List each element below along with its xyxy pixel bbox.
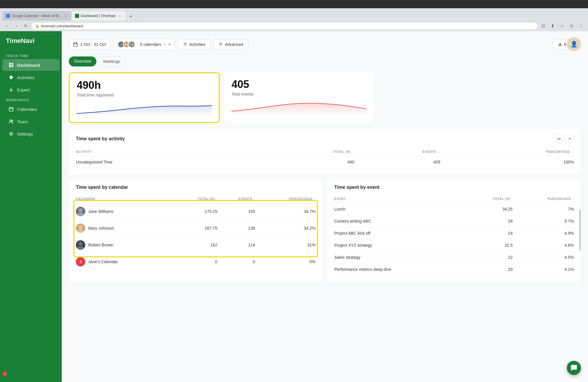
activities-label: Activities xyxy=(189,42,206,47)
new-tab-button[interactable]: + xyxy=(127,12,135,21)
calendar-person-cell: J Jane's Calendar xyxy=(76,253,172,270)
event-total: 22 xyxy=(467,251,512,263)
menu-button[interactable]: ⋮ xyxy=(577,22,584,29)
notification-badge: 2 xyxy=(2,371,7,376)
edit-activity-button[interactable]: ✏ xyxy=(555,135,563,143)
col-activity: ACTIVITY ↓ xyxy=(76,148,253,156)
cast-button[interactable]: ⊡ xyxy=(540,22,547,29)
bookmark-button[interactable]: ☆ xyxy=(559,22,566,29)
tab-close-button[interactable]: × xyxy=(117,14,122,18)
advanced-label: Advanced xyxy=(225,42,243,47)
calendars-close-button[interactable]: × xyxy=(164,42,166,47)
sidebar-item-activities[interactable]: Activities xyxy=(2,71,59,83)
google-calendar-icon xyxy=(6,14,10,18)
time-chart xyxy=(77,97,212,115)
tab-google-calendar[interactable]: Google Calendar - Week of M... × xyxy=(2,11,71,21)
total-events-value: 405 xyxy=(231,78,366,91)
activity-section-actions: ✏ + xyxy=(555,135,574,143)
calendar-person-cell: Robert Brown xyxy=(76,237,172,253)
activity-table: ACTIVITY ↓ TOTAL (H) ↓ EVENTS ↓ PERCENTA… xyxy=(76,148,574,168)
cal-total: 170.25 xyxy=(172,203,217,220)
calendar-section-header: Time spent by calendar xyxy=(76,185,315,190)
back-button[interactable]: ‹ xyxy=(4,22,11,29)
add-activity-button[interactable]: + xyxy=(566,135,574,143)
activity-events: 405 xyxy=(354,156,440,168)
event-name: Content writing ABC xyxy=(334,215,467,227)
col-event: EVENT ↓ xyxy=(334,195,467,203)
svg-rect-2 xyxy=(9,65,11,67)
cal-pct: 34.7% xyxy=(255,203,315,220)
browser-addressbar: ‹ › ↻ 🔒 timenavi.com/dashboard ⊡ ⬇ ☆ ⊙ ⋮ xyxy=(0,21,588,31)
date-range-button[interactable]: 1 Oct - 31 Oct xyxy=(69,39,110,49)
sidebar-item-dashboard[interactable]: Dashboard xyxy=(2,59,59,71)
calendar-icon xyxy=(73,42,78,47)
advanced-filter-button[interactable]: Advanced xyxy=(213,39,248,49)
total-time-card: 490h Total time registered xyxy=(69,72,220,123)
view-tabs: Overview Meetings xyxy=(69,56,581,66)
table-row: Content writing ABC 28 5.7% xyxy=(334,215,574,227)
calendar-table: CALENDAR ↓ TOTAL (H) ↓ EVENTS ↓ PERCENTA… xyxy=(76,195,315,270)
person-avatar: J xyxy=(76,257,85,266)
sidebar-label: Team xyxy=(17,119,28,124)
calendars-chevron[interactable]: ▾ xyxy=(168,42,171,47)
sidebar-item-settings[interactable]: Settings xyxy=(2,128,59,140)
address-bar[interactable]: 🔒 timenavi.com/dashboard xyxy=(32,23,537,29)
address-actions: ⊡ ⬇ ☆ ⊙ ⋮ xyxy=(540,22,584,29)
calendar-section: Time spent by calendar CALENDAR ↓ TOTAL … xyxy=(69,179,323,281)
event-section-header: Time spent by event xyxy=(334,185,574,190)
person-name: Jane Williams xyxy=(88,209,113,214)
table-row: Project ABC kick off 24 4.9% xyxy=(334,227,574,239)
person-avatar xyxy=(76,223,85,233)
activities-filter-button[interactable]: Activities xyxy=(178,39,211,49)
event-pct: 7% xyxy=(513,203,574,215)
tab-label: Google Calendar - Week of M... xyxy=(12,14,61,18)
cal-pct: 34.2% xyxy=(255,220,315,237)
activity-section-header: Time spent by activity ✏ + xyxy=(76,135,574,143)
main-content: 👤 1 Oct - 31 Oct J M xyxy=(62,31,588,382)
calendars-label: 5 calendars xyxy=(140,42,161,47)
sidebar-item-calendars[interactable]: Calendars xyxy=(2,103,59,115)
cal-events: 0 xyxy=(217,253,255,270)
reload-button[interactable]: ↻ xyxy=(22,22,29,29)
event-pct: 4.6% xyxy=(513,239,574,251)
users-icon xyxy=(8,119,14,124)
total-time-value: 490h xyxy=(77,79,212,91)
col-percentage: PERCENTAGE ↓ xyxy=(440,148,574,156)
sidebar-item-export[interactable]: Export xyxy=(2,84,59,96)
diamond-icon xyxy=(8,74,14,80)
spacer xyxy=(378,72,581,123)
date-range-text: 1 Oct - 31 Oct xyxy=(80,42,106,47)
cal-pct: 31% xyxy=(255,237,315,253)
svg-rect-1 xyxy=(11,63,13,65)
chat-button[interactable] xyxy=(567,361,581,375)
person-avatar xyxy=(76,240,85,250)
sidebar-label: Dashboard xyxy=(17,63,40,68)
table-row: Mary Johnson 167.75 136 34.2% xyxy=(76,220,315,237)
tab-timenavi[interactable]: Dashboard | TimeNavi × xyxy=(71,11,126,21)
sidebar-item-team[interactable]: Team xyxy=(2,116,59,127)
total-time-label: Total time registered xyxy=(77,93,212,97)
svg-point-21 xyxy=(77,246,84,250)
app-logo: TimeNavi xyxy=(0,37,62,52)
cal-events: 136 xyxy=(217,220,255,237)
sidebar-label: Export xyxy=(17,87,30,92)
calendars-button[interactable]: J M +3 5 calendars × ▾ xyxy=(113,38,175,51)
download-button[interactable]: ⬇ xyxy=(549,22,556,29)
event-pct: 5.7% xyxy=(513,215,574,227)
tab-meetings[interactable]: Meetings xyxy=(98,56,126,66)
tab-overview[interactable]: Overview xyxy=(69,56,96,66)
activity-percentage: 100% xyxy=(440,156,574,168)
scrollbar[interactable] xyxy=(579,210,581,251)
event-section: Time spent by event EVENT ↓ TOTAL (H) ↓ … xyxy=(327,179,581,281)
table-row: Uncategorized Time 490 405 100% xyxy=(76,156,574,168)
sidebar-label: Settings xyxy=(17,131,33,136)
tab-close-button[interactable]: × xyxy=(63,14,68,18)
user-avatar[interactable]: 👤 xyxy=(567,37,581,51)
profile-button[interactable]: ⊙ xyxy=(568,22,575,29)
forward-button[interactable]: › xyxy=(13,22,20,29)
table-row: Jane Williams 170.25 155 34.7% xyxy=(76,203,315,220)
event-name: Project ABC kick off xyxy=(334,227,467,239)
sidebar: TimeNavi TRACK TIME Dashboard Activities xyxy=(0,31,62,382)
browser-titlebar xyxy=(0,0,588,8)
lock-icon: 🔒 xyxy=(35,24,39,28)
